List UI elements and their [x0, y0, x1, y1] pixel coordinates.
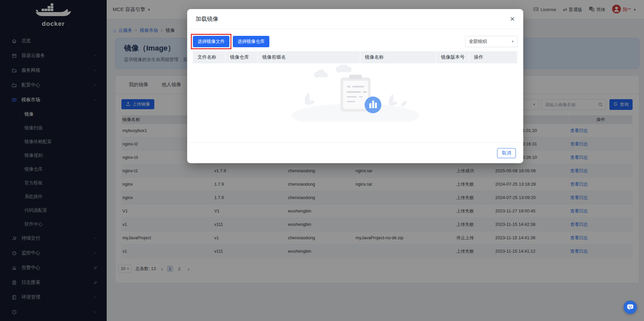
modal-table-header-cell: 文件名称 [193, 51, 225, 63]
modal-footer: 取消 [187, 142, 523, 163]
select-image-file-button[interactable]: 选择镜像文件 [193, 36, 229, 47]
app: docker 总览容器云服务服务网格配置中心模板市场镜像镜像扫描镜像依赖配置镜像… [0, 0, 644, 321]
modal-header: 加载镜像 ✕ [187, 9, 523, 29]
organization-select[interactable]: 全部组织 ▼ [465, 36, 518, 47]
empty-illustration-icon [288, 65, 422, 122]
chat-icon [627, 303, 634, 312]
annotated-button-wrap: 选择镜像文件 [193, 36, 229, 47]
modal-table-header-cell: 镜像前缀名 [258, 51, 360, 63]
modal-table-header-cell: 镜像名称 [360, 51, 436, 63]
organization-value: 全部组织 [469, 39, 487, 45]
close-icon[interactable]: ✕ [510, 15, 515, 23]
modal-table-header-cell: 镜像版本号 [436, 51, 469, 63]
modal-table-header: 文件名称镜像仓库镜像前缀名镜像名称镜像版本号操作 [193, 51, 518, 63]
modal-title: 加载镜像 [196, 15, 218, 23]
cancel-button[interactable]: 取消 [497, 148, 516, 158]
chat-support-button[interactable] [624, 301, 637, 314]
caret-down-icon: ▼ [511, 40, 514, 43]
modal-table-header-cell: 镜像仓库 [225, 51, 258, 63]
load-image-modal: 加载镜像 ✕ 选择镜像文件 选择镜像仓库 全部组织 ▼ 文件名称镜像仓库镜像前缀… [187, 9, 523, 163]
empty-state [193, 63, 518, 134]
modal-button-row: 选择镜像文件 选择镜像仓库 全部组织 ▼ [193, 36, 518, 47]
modal-body: 选择镜像文件 选择镜像仓库 全部组织 ▼ 文件名称镜像仓库镜像前缀名镜像名称镜像… [187, 29, 523, 134]
modal-table-header-cell: 操作 [469, 51, 517, 63]
select-image-repo-button[interactable]: 选择镜像仓库 [233, 36, 269, 47]
